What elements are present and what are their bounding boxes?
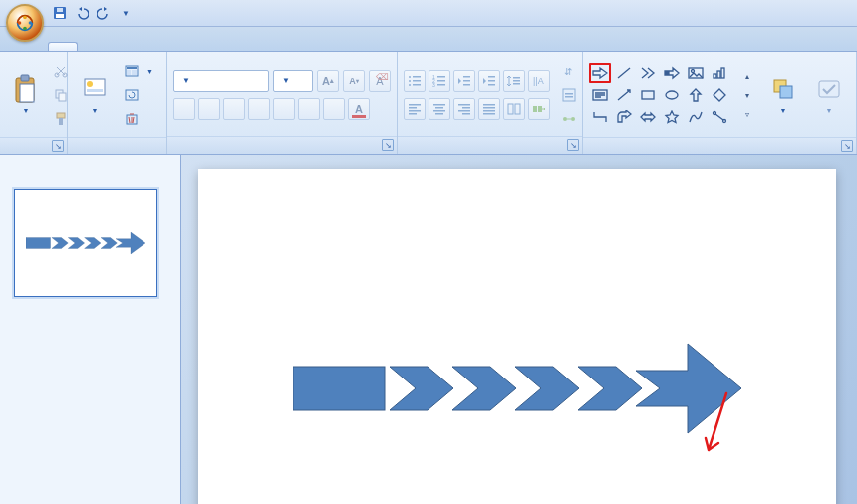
font-size-combo[interactable]: ▼ — [273, 70, 313, 92]
group-drawing: ▴ ▾ ▿ ▼ ▼ ↘ — [583, 52, 857, 154]
svg-point-2 — [29, 21, 33, 25]
decrease-indent-icon[interactable] — [453, 70, 475, 92]
svg-text:||A: ||A — [533, 76, 544, 86]
clipboard-launcher-icon[interactable]: ↘ — [52, 140, 64, 152]
copy-icon[interactable] — [50, 84, 72, 106]
shape-connector[interactable] — [709, 107, 730, 126]
shape-line[interactable] — [613, 63, 635, 83]
redo-icon[interactable] — [96, 5, 112, 21]
group-label-slides — [68, 137, 166, 154]
svg-rect-52 — [433, 104, 445, 106]
delete-button[interactable] — [120, 108, 158, 129]
convert-smartart-icon[interactable] — [528, 98, 550, 120]
svg-point-30 — [409, 84, 411, 86]
svg-rect-9 — [21, 75, 29, 81]
shape-striped-arrow[interactable] — [661, 63, 683, 83]
align-left-icon[interactable] — [404, 98, 426, 120]
text-direction-icon[interactable]: ||A — [528, 70, 550, 92]
thumbnail[interactable] — [14, 189, 157, 297]
save-icon[interactable] — [52, 5, 68, 21]
text-direction-vert-icon[interactable]: ⇵ — [558, 60, 580, 82]
font-color-icon[interactable]: A — [348, 98, 370, 120]
svg-point-1 — [18, 21, 22, 25]
undo-icon[interactable] — [74, 5, 90, 21]
drawing-launcher-icon[interactable]: ↘ — [841, 140, 853, 152]
shape-textbox[interactable] — [589, 85, 611, 105]
smartart-icon[interactable] — [558, 108, 580, 129]
slide-editor[interactable] — [181, 155, 857, 504]
qat-dropdown-icon[interactable]: ▼ — [118, 5, 134, 21]
change-case-icon[interactable] — [323, 98, 345, 120]
char-spacing-icon[interactable] — [298, 98, 320, 120]
grow-font-icon[interactable]: A▴ — [317, 70, 339, 92]
paste-button[interactable]: ▼ — [6, 56, 46, 133]
shape-star[interactable] — [661, 107, 683, 126]
tab-review[interactable] — [189, 43, 217, 51]
font-launcher-icon[interactable]: ↘ — [382, 139, 394, 151]
strike-icon[interactable] — [248, 98, 270, 120]
bold-icon[interactable] — [173, 98, 195, 120]
align-right-icon[interactable] — [453, 98, 475, 120]
arrow-graphic[interactable] — [293, 339, 741, 438]
svg-point-4 — [23, 27, 27, 31]
shape-chevron[interactable] — [637, 63, 659, 83]
shape-bent-arrow[interactable] — [613, 107, 635, 126]
shape-picture[interactable] — [685, 63, 707, 83]
justify-icon[interactable] — [478, 98, 500, 120]
increase-indent-icon[interactable] — [478, 70, 500, 92]
gallery-up-icon[interactable]: ▴ — [736, 67, 758, 85]
shape-lr-arrow[interactable] — [637, 107, 659, 126]
svg-rect-59 — [462, 113, 470, 115]
clear-format-icon[interactable]: A⌫ — [369, 70, 391, 92]
shape-diamond[interactable] — [709, 85, 730, 105]
align-text-icon[interactable] — [558, 84, 580, 106]
svg-point-72 — [563, 117, 567, 121]
shape-up-arrow[interactable] — [685, 85, 707, 105]
reset-button[interactable] — [120, 84, 158, 106]
thumbnail-slot[interactable] — [0, 181, 180, 305]
tab-home[interactable] — [48, 42, 78, 51]
line-spacing-icon[interactable] — [503, 70, 525, 92]
para-launcher-icon[interactable]: ↘ — [567, 139, 579, 151]
shape-rect[interactable] — [637, 85, 659, 105]
italic-icon[interactable] — [198, 98, 220, 120]
svg-rect-15 — [57, 113, 65, 118]
tab-slideshow[interactable] — [161, 43, 189, 51]
shrink-font-icon[interactable]: A▾ — [343, 70, 365, 92]
svg-rect-85 — [780, 86, 792, 98]
svg-rect-62 — [483, 110, 495, 112]
gallery-more-icon[interactable]: ▿ — [736, 105, 758, 123]
cut-icon[interactable] — [50, 60, 72, 82]
shape-elbow[interactable] — [589, 107, 611, 126]
tab-animations[interactable] — [134, 43, 161, 51]
align-center-icon[interactable] — [428, 98, 450, 120]
numbering-icon[interactable]: 123 — [428, 70, 450, 92]
shapes-gallery[interactable] — [589, 63, 730, 126]
thumbnail-panel — [0, 155, 181, 504]
format-painter-icon[interactable] — [50, 108, 72, 129]
svg-rect-63 — [483, 113, 495, 115]
quick-styles-button[interactable]: ▼ — [808, 56, 850, 133]
underline-icon[interactable] — [223, 98, 245, 120]
bullets-icon[interactable] — [404, 70, 426, 92]
tab-insert[interactable] — [78, 43, 106, 51]
shadow-icon[interactable] — [273, 98, 295, 120]
office-button[interactable] — [6, 4, 44, 42]
arrange-button[interactable]: ▼ — [762, 56, 804, 133]
shape-line-arrow[interactable] — [613, 85, 635, 105]
gallery-down-icon[interactable]: ▾ — [736, 86, 758, 104]
svg-text:3: 3 — [432, 82, 435, 87]
svg-rect-42 — [488, 80, 495, 82]
tab-design[interactable] — [106, 43, 134, 51]
columns-icon[interactable] — [503, 98, 525, 120]
font-family-combo[interactable]: ▼ — [173, 70, 269, 92]
tab-view[interactable] — [217, 43, 245, 51]
new-slide-button[interactable]: ▼ — [74, 56, 116, 133]
shape-curve[interactable] — [685, 107, 707, 126]
slide-canvas[interactable] — [198, 169, 836, 504]
shape-oval[interactable] — [661, 85, 683, 105]
shape-right-arrow[interactable] — [589, 63, 611, 83]
svg-rect-17 — [85, 79, 105, 95]
shape-chart[interactable] — [709, 63, 730, 83]
layout-button[interactable]: ▼ — [120, 60, 158, 82]
